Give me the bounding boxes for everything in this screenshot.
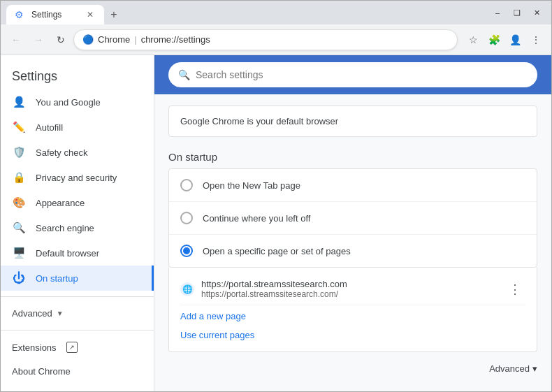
sidebar-label-privacy: Privacy and security: [36, 173, 117, 183]
advanced-button[interactable]: Advanced ▾: [489, 363, 537, 374]
use-current-pages-link[interactable]: Use current pages: [180, 327, 254, 349]
sidebar-label-safety-check: Safety check: [36, 147, 87, 158]
chevron-down-icon: ▼: [57, 310, 64, 317]
sidebar-label-default-browser: Default browser: [36, 248, 99, 259]
sidebar-title: Settings: [1, 61, 154, 89]
sidebar-item-appearance[interactable]: Appearance: [1, 190, 154, 215]
content-area: 🔍 Google Chrome is your default browser …: [154, 55, 551, 391]
advanced-button-label: Advanced: [489, 363, 530, 374]
url-site: Chrome: [98, 34, 130, 45]
maximize-button[interactable]: ❑: [508, 6, 526, 20]
sidebar-item-default-browser[interactable]: Default browser: [1, 240, 154, 266]
minimize-button[interactable]: –: [488, 6, 507, 20]
brush-icon: [12, 196, 26, 210]
sidebar-item-search-engine[interactable]: Search engine: [1, 215, 154, 240]
radio-specific-page[interactable]: [180, 245, 193, 257]
url-separator: |: [134, 34, 136, 45]
sidebar-label-search-engine: Search engine: [36, 223, 94, 233]
add-new-page-link[interactable]: Add a new page: [180, 305, 246, 327]
close-button[interactable]: ✕: [528, 6, 546, 20]
shield-icon: [12, 145, 26, 159]
browser-icon: [12, 246, 26, 260]
reload-button[interactable]: ↻: [51, 30, 71, 50]
sidebar-item-privacy-security[interactable]: Privacy and security: [1, 165, 154, 190]
settings-tab-label: Settings: [31, 10, 61, 20]
on-startup-title: On startup: [154, 143, 551, 168]
sidebar-label-you-and-google: You and Google: [36, 97, 101, 108]
search-input[interactable]: [196, 69, 528, 80]
page-urls: https://portal.streamssitesearch.com htt…: [201, 279, 497, 299]
page-url-main: https://portal.streamssitesearch.com: [201, 279, 497, 289]
search-icon: 🔍: [178, 69, 190, 80]
sidebar-label-on-startup: On startup: [36, 273, 78, 284]
sidebar: Settings You and Google Autofill Safety …: [1, 55, 154, 391]
edit-icon: [12, 120, 26, 134]
bookmark-button[interactable]: ☆: [463, 30, 483, 50]
sidebar-divider-2: [1, 330, 154, 331]
default-browser-banner: Google Chrome is your default browser: [168, 106, 537, 137]
page-url-sub: https://portal.streamssitesearch.com/: [201, 289, 497, 299]
sidebar-label-appearance: Appearance: [36, 198, 85, 208]
sidebar-item-safety-check[interactable]: Safety check: [1, 140, 154, 165]
startup-option-continue-label: Continue where you left off: [203, 213, 310, 224]
startup-option-specific-page-label: Open a specific page or set of pages: [203, 246, 351, 256]
secure-icon: 🔵: [82, 34, 94, 45]
content-inner: Google Chrome is your default browser On…: [154, 106, 551, 385]
extensions-button[interactable]: 🧩: [484, 30, 504, 50]
new-tab-button[interactable]: +: [104, 5, 124, 24]
content-scroll: 🔍 Google Chrome is your default browser …: [154, 55, 551, 385]
sidebar-about-chrome-label: About Chrome: [12, 366, 71, 377]
sidebar-item-you-and-google[interactable]: You and Google: [1, 89, 154, 115]
settings-search-bar: 🔍: [154, 55, 551, 94]
address-actions: ☆ 🧩 👤 ⋮: [463, 30, 546, 50]
default-browser-text: Google Chrome is your default browser: [180, 116, 338, 126]
forward-button[interactable]: →: [29, 30, 48, 50]
search-nav-icon: [12, 221, 26, 235]
settings-tab-icon: ⚙: [15, 9, 26, 20]
tab-bar: ⚙ Settings ✕ +: [6, 1, 124, 24]
radio-new-tab[interactable]: [180, 179, 193, 191]
sidebar-advanced-label: Advanced: [12, 308, 52, 319]
person-icon: [12, 95, 26, 109]
sidebar-divider: [1, 296, 154, 297]
url-bar[interactable]: 🔵 Chrome | chrome://settings: [73, 29, 458, 50]
external-link-icon: [66, 342, 78, 353]
menu-button[interactable]: ⋮: [526, 30, 546, 50]
tab-close-button[interactable]: ✕: [85, 9, 96, 20]
startup-option-specific-page[interactable]: Open a specific page or set of pages: [169, 235, 537, 267]
sidebar-extensions[interactable]: Extensions: [1, 336, 154, 358]
sidebar-label-autofill: Autofill: [36, 122, 63, 133]
profile-button[interactable]: 👤: [505, 30, 525, 50]
page-entry: 🌐 https://portal.streamssitesearch.com h…: [180, 273, 525, 305]
advanced-chevron-icon: ▾: [532, 363, 537, 374]
power-icon: [12, 271, 26, 285]
main-content: Settings You and Google Autofill Safety …: [1, 55, 551, 391]
page-more-button[interactable]: ⋮: [504, 280, 525, 298]
startup-page-item: 🌐 https://portal.streamssitesearch.com h…: [168, 268, 537, 352]
startup-options: Open the New Tab page Continue where you…: [168, 168, 537, 268]
sidebar-item-autofill[interactable]: Autofill: [1, 115, 154, 140]
startup-option-new-tab-label: Open the New Tab page: [203, 180, 300, 191]
sidebar-advanced[interactable]: Advanced ▼: [1, 303, 154, 324]
startup-option-continue[interactable]: Continue where you left off: [169, 202, 537, 235]
advanced-footer: Advanced ▾: [154, 352, 551, 385]
settings-tab[interactable]: ⚙ Settings ✕: [6, 5, 104, 24]
title-bar: ⚙ Settings ✕ + – ❑ ✕: [1, 1, 551, 24]
url-path: chrome://settings: [141, 34, 210, 45]
startup-option-new-tab[interactable]: Open the New Tab page: [169, 169, 537, 202]
sidebar-about-chrome[interactable]: About Chrome: [1, 358, 154, 384]
sidebar-item-on-startup[interactable]: On startup: [1, 266, 154, 291]
search-box[interactable]: 🔍: [168, 62, 537, 87]
radio-continue[interactable]: [180, 212, 193, 224]
sidebar-extensions-label: Extensions: [12, 342, 57, 353]
browser-window: ⚙ Settings ✕ + – ❑ ✕ ← → ↻ 🔵 Chrome | ch…: [0, 0, 552, 392]
address-bar: ← → ↻ 🔵 Chrome | chrome://settings ☆ 🧩 👤…: [1, 24, 551, 55]
window-controls: – ❑ ✕: [488, 6, 546, 20]
back-button[interactable]: ←: [6, 30, 26, 50]
globe-icon: 🌐: [180, 282, 194, 296]
lock-icon: [12, 170, 26, 184]
